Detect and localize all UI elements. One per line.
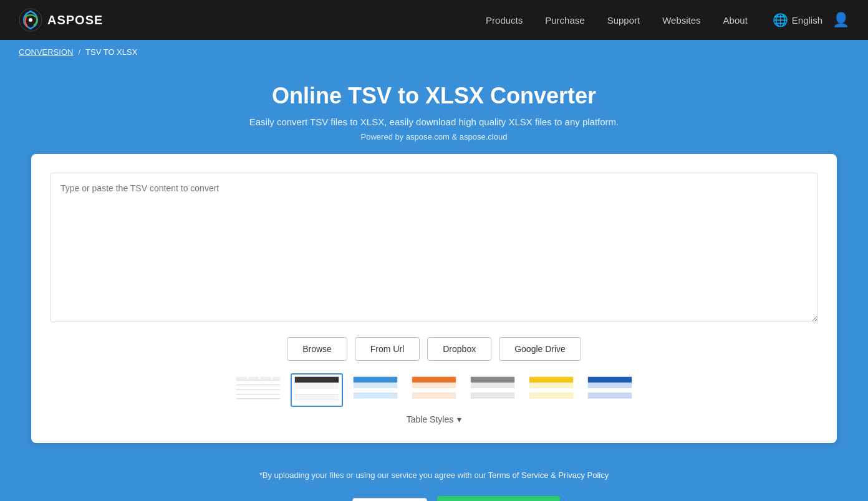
svg-rect-13 <box>295 377 339 383</box>
svg-rect-66 <box>588 398 632 403</box>
nav-link-support[interactable]: Support <box>607 15 640 26</box>
tsv-textarea[interactable] <box>50 173 818 322</box>
svg-rect-19 <box>295 394 339 399</box>
svg-rect-44 <box>471 388 514 393</box>
svg-rect-24 <box>354 388 397 393</box>
svg-rect-22 <box>354 377 397 383</box>
hero-title: Online TSV to XLSX Converter <box>12 83 856 109</box>
table-style-dark[interactable] <box>291 373 343 407</box>
table-style-gray[interactable] <box>466 373 519 407</box>
nav-links: Products Purchase Support Websites About <box>486 15 748 26</box>
main-card: Browse From Url Dropbox Google Drive <box>0 154 868 462</box>
svg-rect-63 <box>588 383 632 388</box>
svg-rect-64 <box>588 388 632 393</box>
svg-rect-42 <box>471 377 514 383</box>
svg-rect-54 <box>529 388 573 393</box>
convert-button[interactable]: CONVERT <box>437 496 560 501</box>
table-style-plain[interactable] <box>232 373 284 407</box>
svg-rect-43 <box>471 383 514 388</box>
svg-rect-65 <box>588 393 632 398</box>
terms-text: *By uploading your files or using our se… <box>12 470 856 480</box>
table-styles-row <box>50 373 818 407</box>
link-aspose-cloud[interactable]: aspose.cloud <box>460 132 508 141</box>
nav-link-purchase[interactable]: Purchase <box>545 15 584 26</box>
svg-rect-34 <box>412 388 456 393</box>
user-icon[interactable]: 👤 <box>832 12 849 28</box>
svg-rect-20 <box>295 400 339 404</box>
google-drive-button[interactable]: Google Drive <box>499 337 581 361</box>
navbar: ASPOSE Products Purchase Support Website… <box>0 0 868 40</box>
nav-link-websites[interactable]: Websites <box>662 15 700 26</box>
svg-rect-46 <box>471 398 514 403</box>
chevron-down-icon: ▾ <box>457 414 461 424</box>
svg-rect-62 <box>588 377 632 383</box>
breadcrumb: CONVERSION / TSV TO XLSX <box>0 40 868 64</box>
table-styles-label[interactable]: Table Styles ▾ <box>50 414 818 424</box>
nav-link-products[interactable]: Products <box>486 15 523 26</box>
svg-rect-35 <box>412 393 456 398</box>
from-url-button[interactable]: From Url <box>355 337 420 361</box>
terms-of-service-link[interactable]: Terms of Service <box>488 470 549 480</box>
breadcrumb-current: TSV TO XLSX <box>85 47 137 57</box>
nav-logo-text: ASPOSE <box>47 13 103 27</box>
breadcrumb-parent[interactable]: CONVERSION <box>19 47 73 57</box>
svg-rect-52 <box>529 377 573 383</box>
browse-button[interactable]: Browse <box>287 337 347 361</box>
svg-rect-17 <box>295 383 339 388</box>
svg-rect-26 <box>354 398 397 403</box>
table-style-blue[interactable] <box>349 373 402 407</box>
svg-rect-36 <box>412 398 456 403</box>
nav-language-selector[interactable]: 🌐 English <box>773 12 822 27</box>
svg-rect-9 <box>248 377 259 381</box>
dropbox-button[interactable]: Dropbox <box>427 337 491 361</box>
privacy-policy-link[interactable]: Privacy Policy <box>558 470 609 480</box>
svg-rect-23 <box>354 383 397 388</box>
svg-rect-32 <box>412 377 456 383</box>
svg-rect-8 <box>236 377 247 381</box>
svg-rect-45 <box>471 393 514 398</box>
format-select[interactable]: XLSX CSV ODS XLS XLSM <box>352 498 427 502</box>
svg-rect-55 <box>529 393 573 398</box>
nav-lang-label: English <box>792 15 822 26</box>
svg-rect-10 <box>261 377 271 381</box>
globe-icon: 🌐 <box>773 12 788 27</box>
bottom-section: *By uploading your files or using our se… <box>0 462 868 501</box>
table-style-orange[interactable] <box>408 373 460 407</box>
format-select-wrapper: XLSX CSV ODS XLS XLSM <box>352 498 427 502</box>
svg-rect-56 <box>529 398 573 403</box>
breadcrumb-separator: / <box>78 47 80 57</box>
convert-row: Save as XLSX CSV ODS XLS XLSM CONVERT <box>12 490 856 501</box>
aspose-logo-icon <box>19 8 42 32</box>
svg-rect-53 <box>529 383 573 388</box>
hero-section: Online TSV to XLSX Converter Easily conv… <box>0 64 868 154</box>
link-aspose-com[interactable]: aspose.com <box>406 132 450 141</box>
table-style-blue2[interactable] <box>584 373 636 407</box>
hero-powered: Powered by aspose.com & aspose.cloud <box>12 132 856 141</box>
nav-link-about[interactable]: About <box>723 15 748 26</box>
svg-rect-18 <box>295 388 339 394</box>
file-buttons-row: Browse From Url Dropbox Google Drive <box>50 337 818 361</box>
svg-rect-11 <box>272 377 280 381</box>
nav-right: 🌐 English 👤 <box>773 12 849 28</box>
svg-rect-33 <box>412 383 456 388</box>
svg-rect-25 <box>354 393 397 398</box>
card-inner: Browse From Url Dropbox Google Drive <box>31 154 837 443</box>
nav-logo[interactable]: ASPOSE <box>19 8 103 32</box>
hero-subtitle: Easily convert TSV files to XLSX, easily… <box>12 117 856 127</box>
svg-point-1 <box>29 18 32 22</box>
table-style-yellow[interactable] <box>525 373 577 407</box>
